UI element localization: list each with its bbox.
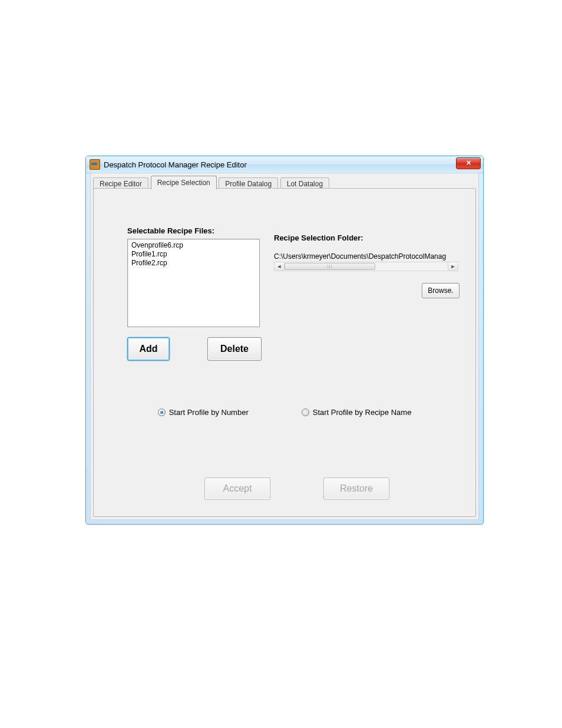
accept-button[interactable]: Accept [204, 477, 270, 500]
tab-page-recipe-selection: Selectable Recipe Files: Ovenprofile6.rc… [93, 188, 476, 517]
delete-button[interactable]: Delete [207, 337, 262, 361]
tab-recipe-selection[interactable]: Recipe Selection [151, 176, 217, 189]
browse-button[interactable]: Browse. [422, 283, 459, 298]
app-icon [90, 159, 100, 170]
close-button[interactable]: ✕ [456, 157, 481, 169]
list-item[interactable]: Profile1.rcp [131, 250, 256, 259]
radio-by-number-label: Start Profile by Number [169, 408, 249, 417]
browse-button-label: Browse. [428, 286, 453, 295]
scroll-thumb[interactable] [285, 263, 375, 270]
scroll-track[interactable] [285, 262, 448, 271]
client-area: Recipe Editor Recipe Selection Profile D… [90, 173, 479, 520]
radio-start-by-name[interactable]: Start Profile by Recipe Name [302, 408, 412, 417]
delete-button-label: Delete [220, 344, 249, 354]
restore-button[interactable]: Restore [323, 477, 389, 500]
path-horizontal-scrollbar[interactable]: ◄ ► [274, 262, 458, 271]
radio-start-by-number[interactable]: Start Profile by Number [158, 408, 249, 417]
list-item[interactable]: Profile2.rcp [131, 259, 256, 268]
window-title: Despatch Protocol Manager Recipe Editor [104, 160, 247, 169]
selection-folder-label: Recipe Selection Folder: [274, 233, 363, 242]
folder-path-box: C:\Users\krmeyer\Documents\DespatchProto… [274, 252, 458, 271]
add-button-label: Add [139, 344, 157, 354]
selectable-files-label: Selectable Recipe Files: [127, 226, 214, 235]
scroll-right-icon[interactable]: ► [448, 262, 458, 271]
tab-strip: Recipe Editor Recipe Selection Profile D… [93, 176, 476, 189]
scroll-left-icon[interactable]: ◄ [275, 262, 285, 271]
close-icon: ✕ [466, 159, 471, 166]
recipe-files-listbox[interactable]: Ovenprofile6.rcp Profile1.rcp Profile2.r… [127, 239, 260, 327]
start-mode-radios: Start Profile by Number Start Profile by… [94, 408, 475, 417]
restore-button-label: Restore [340, 483, 373, 494]
accept-button-label: Accept [223, 483, 252, 494]
radio-by-name-label: Start Profile by Recipe Name [313, 408, 412, 417]
title-bar[interactable]: Despatch Protocol Manager Recipe Editor … [86, 156, 483, 173]
radio-dot-icon [158, 409, 166, 416]
radio-dot-icon [302, 409, 309, 416]
folder-path-value[interactable]: C:\Users\krmeyer\Documents\DespatchProto… [274, 252, 458, 261]
app-window: Despatch Protocol Manager Recipe Editor … [85, 156, 484, 525]
list-item[interactable]: Ovenprofile6.rcp [131, 241, 256, 250]
add-button[interactable]: Add [127, 337, 170, 361]
